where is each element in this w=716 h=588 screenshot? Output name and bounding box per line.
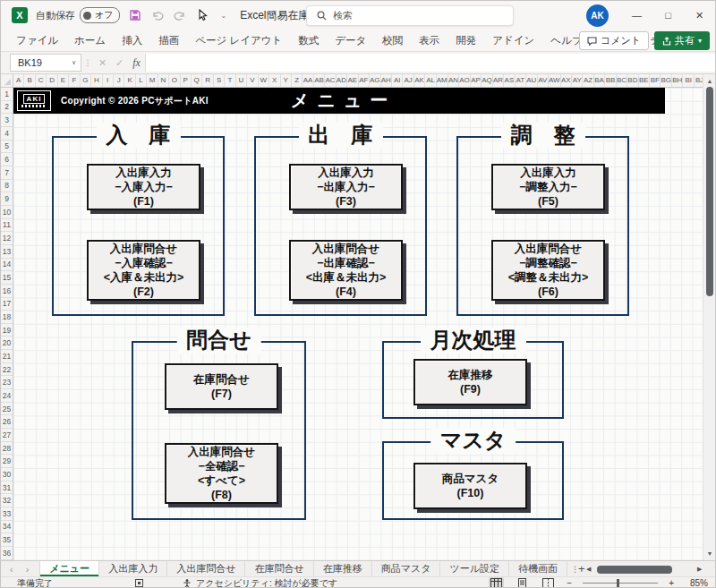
row-header[interactable]: 3 [1,114,13,127]
prev-sheet-icon[interactable]: ‹ [10,564,13,575]
column-header[interactable]: AW [549,74,561,87]
column-header[interactable]: Z [292,74,303,87]
column-header[interactable]: I [103,74,114,87]
column-header[interactable]: T [225,74,235,87]
share-button[interactable]: 共有 ▾ [654,31,710,50]
button-f4-shukko-inquiry[interactable]: 入出庫問合せ−出庫確認−<出庫＆未出力>(F4) [289,240,403,301]
button-f2-nyuko-inquiry[interactable]: 入出庫問合せ−入庫確認−<入庫＆未出力>(F2) [87,240,200,301]
column-header[interactable]: AS [504,74,515,87]
zoom-level[interactable]: 85% [685,578,708,588]
column-header[interactable]: AU [526,74,537,87]
row-header[interactable]: 17 [1,298,13,311]
button-f7-stock-inquiry[interactable]: 在庫問合せ(F7) [165,363,278,410]
column-header[interactable]: AB [314,74,325,87]
column-header[interactable]: X [269,74,280,87]
row-header[interactable]: 25 [1,403,13,416]
vertical-scrollbar[interactable]: ▲ ▼ [703,74,715,560]
row-header[interactable]: 35 [1,533,13,547]
row-header[interactable]: 10 [1,206,13,219]
save-icon[interactable] [128,8,142,22]
sheet-tab-入出庫問合せ[interactable]: 入出庫問合せ [167,561,245,576]
row-header[interactable]: 21 [1,350,13,363]
row-header[interactable]: 31 [1,481,13,495]
zoom-slider[interactable] [583,583,658,584]
button-f1-nyuko-input[interactable]: 入出庫入力−入庫入力−(F1) [87,164,200,210]
row-header[interactable]: 27 [1,429,13,442]
sheet-tab-ツール設定[interactable]: ツール設定 [440,561,509,576]
search-input[interactable]: 検索 [306,5,514,26]
scroll-left-icon[interactable]: ◀ [586,566,595,573]
ribbon-tab[interactable]: ファイル [8,30,66,51]
accessibility-status[interactable]: アクセシビリティ: 検討が必要です [183,577,337,588]
column-header[interactable]: BH [672,74,683,87]
horizontal-scrollbar[interactable]: ◀ ▶ [586,564,706,575]
column-header[interactable]: S [214,74,225,87]
column-header[interactable]: AQ [482,74,493,87]
column-header[interactable]: L [136,74,147,87]
row-header[interactable]: 36 [1,547,13,560]
column-header[interactable]: AH [381,74,392,87]
column-header[interactable]: E [58,74,69,87]
zoom-slider-thumb[interactable] [617,579,619,587]
column-header[interactable]: BC [617,74,627,87]
column-header[interactable]: AA [303,74,313,87]
row-header[interactable]: 9 [1,192,13,206]
ribbon-tab[interactable]: 表示 [411,30,448,51]
row-header[interactable]: 8 [1,180,13,193]
row-header[interactable]: 14 [1,259,13,272]
column-header[interactable]: AX [561,74,572,87]
next-sheet-icon[interactable]: › [26,564,30,575]
column-header[interactable]: AV [538,74,549,87]
ribbon-tab[interactable]: 描画 [150,30,187,51]
column-header[interactable]: AZ [583,74,593,87]
row-header[interactable]: 30 [1,468,13,481]
account-avatar[interactable]: AK [586,4,609,27]
column-header[interactable]: BA [594,74,605,87]
column-header[interactable]: B [24,74,35,87]
macro-record-icon[interactable] [135,579,143,587]
row-header[interactable]: 19 [1,324,13,337]
row-header[interactable]: 34 [1,521,13,534]
qat-customize-icon[interactable]: ⌄ [220,12,226,20]
column-header[interactable]: BI [683,74,694,87]
redo-icon[interactable] [173,8,187,22]
button-f8-all-inquiry[interactable]: 入出庫問合せ−全確認−<すべて>(F8) [165,443,278,504]
column-header[interactable]: AI [392,74,403,87]
row-header[interactable]: 20 [1,337,13,350]
scroll-up-icon[interactable]: ▲ [703,75,716,87]
tab-options-icon[interactable]: ⋮ [571,565,579,574]
column-header[interactable]: H [91,74,102,87]
column-header[interactable]: G [81,74,91,87]
row-header[interactable]: 13 [1,245,13,259]
column-header[interactable]: AY [572,74,583,87]
sheet-tab-待機画面[interactable]: 待機画面 [509,561,567,576]
button-f5-chosei-input[interactable]: 入出庫入力−調整入力−(F5) [491,164,605,210]
column-header[interactable]: AO [459,74,471,87]
maximize-button[interactable]: □ [652,1,684,30]
sheet-tab-メニュー[interactable]: メニュー [39,561,99,576]
column-header[interactable]: AE [347,74,358,87]
column-header[interactable]: BB [605,74,616,87]
formula-input[interactable] [145,54,715,72]
select-all-corner[interactable] [1,74,13,88]
button-f10-product-master[interactable]: 商品マスタ(F10) [413,463,527,509]
column-header[interactable]: M [147,74,158,87]
row-header[interactable]: 33 [1,507,13,521]
sheet-tab-在庫問合せ[interactable]: 在庫問合せ [245,561,313,576]
column-header[interactable]: AR [493,74,504,87]
column-header[interactable]: F [69,74,80,87]
column-header[interactable]: AC [325,74,336,87]
column-header[interactable]: R [202,74,213,87]
normal-view-icon[interactable] [489,577,504,588]
name-box-dropdown-icon[interactable]: ∨ [72,59,76,66]
ribbon-tab[interactable]: 開発 [448,30,484,51]
zoom-out-icon[interactable]: − [567,578,572,588]
row-header[interactable]: 32 [1,494,13,507]
column-header[interactable]: BE [639,74,650,87]
horizontal-scroll-track[interactable] [595,566,697,574]
column-header[interactable]: W [259,74,269,87]
column-header[interactable]: BD [627,74,638,87]
ribbon-tab[interactable]: 数式 [290,30,327,51]
row-header[interactable]: 12 [1,232,13,245]
row-header[interactable]: 6 [1,153,13,166]
